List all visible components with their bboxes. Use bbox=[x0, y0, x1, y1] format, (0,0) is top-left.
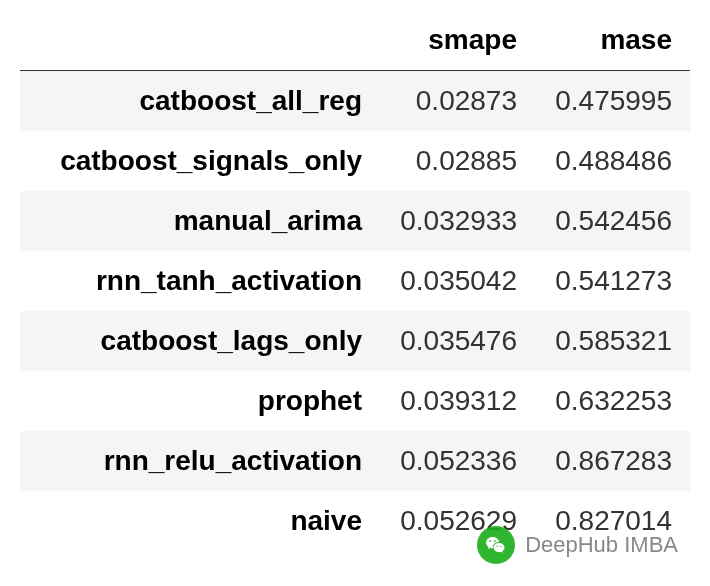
row-label: catboost_all_reg bbox=[20, 71, 380, 132]
cell-smape: 0.02885 bbox=[380, 131, 535, 191]
row-label: catboost_lags_only bbox=[20, 311, 380, 371]
row-label: catboost_signals_only bbox=[20, 131, 380, 191]
cell-smape: 0.039312 bbox=[380, 371, 535, 431]
cell-smape: 0.032933 bbox=[380, 191, 535, 251]
table-row: prophet 0.039312 0.632253 bbox=[20, 371, 690, 431]
table-row: catboost_lags_only 0.035476 0.585321 bbox=[20, 311, 690, 371]
cell-smape: 0.035476 bbox=[380, 311, 535, 371]
table-header-row: smape mase bbox=[20, 10, 690, 71]
cell-smape: 0.052629 bbox=[380, 491, 535, 551]
header-smape: smape bbox=[380, 10, 535, 71]
metrics-table: smape mase catboost_all_reg 0.02873 0.47… bbox=[20, 10, 690, 551]
cell-mase: 0.488486 bbox=[535, 131, 690, 191]
row-label: prophet bbox=[20, 371, 380, 431]
table-row: rnn_tanh_activation 0.035042 0.541273 bbox=[20, 251, 690, 311]
cell-mase: 0.475995 bbox=[535, 71, 690, 132]
table-row: manual_arima 0.032933 0.542456 bbox=[20, 191, 690, 251]
row-label: rnn_tanh_activation bbox=[20, 251, 380, 311]
metrics-table-container: smape mase catboost_all_reg 0.02873 0.47… bbox=[0, 0, 710, 561]
header-blank bbox=[20, 10, 380, 71]
cell-mase: 0.585321 bbox=[535, 311, 690, 371]
table-row: naive 0.052629 0.827014 bbox=[20, 491, 690, 551]
cell-mase: 0.541273 bbox=[535, 251, 690, 311]
cell-mase: 0.867283 bbox=[535, 431, 690, 491]
cell-mase: 0.827014 bbox=[535, 491, 690, 551]
cell-mase: 0.542456 bbox=[535, 191, 690, 251]
cell-smape: 0.035042 bbox=[380, 251, 535, 311]
table-row: catboost_all_reg 0.02873 0.475995 bbox=[20, 71, 690, 132]
row-label: manual_arima bbox=[20, 191, 380, 251]
row-label: rnn_relu_activation bbox=[20, 431, 380, 491]
cell-smape: 0.02873 bbox=[380, 71, 535, 132]
cell-smape: 0.052336 bbox=[380, 431, 535, 491]
header-mase: mase bbox=[535, 10, 690, 71]
row-label: naive bbox=[20, 491, 380, 551]
table-row: catboost_signals_only 0.02885 0.488486 bbox=[20, 131, 690, 191]
table-row: rnn_relu_activation 0.052336 0.867283 bbox=[20, 431, 690, 491]
cell-mase: 0.632253 bbox=[535, 371, 690, 431]
